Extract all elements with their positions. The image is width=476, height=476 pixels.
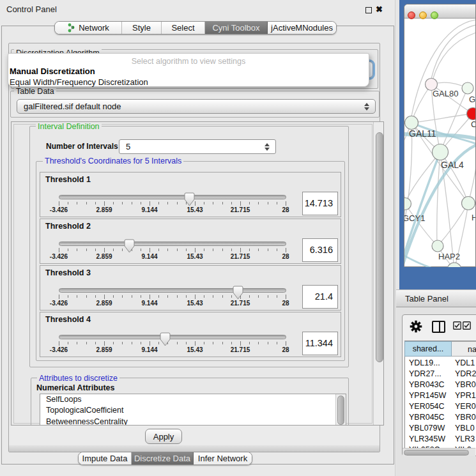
tick-label: -3.426 (41, 253, 77, 260)
combo-arrows-icon (364, 103, 369, 111)
settings-scroll-panel: Interval Definition Number of Intervals … (11, 121, 384, 426)
slider-thumb[interactable] (160, 332, 171, 347)
tick-label: 21.715 (222, 346, 258, 353)
checkbox-icon-2[interactable] (463, 321, 471, 330)
table-cell-shared[interactable]: YBL079W (409, 424, 445, 433)
table-data-label: Table Data (14, 87, 56, 96)
network-node[interactable] (432, 240, 443, 252)
control-panel-tabs: NetworkStyleSelectCyni ToolboxjActiveMNo… (54, 21, 337, 35)
tab-network[interactable]: Network (55, 22, 122, 34)
table-data-combo-value: galFiltered.sif default node (17, 102, 121, 111)
table-cell-name[interactable]: YDL1 (455, 358, 475, 367)
table-data-combo[interactable]: galFiltered.sif default node (17, 99, 376, 114)
slider-track[interactable] (59, 242, 286, 246)
tick-label: 28 (268, 253, 303, 260)
column-header-name[interactable]: na (452, 341, 476, 357)
algorithm-option-equal-width[interactable]: Equal Width/Frequency Discretization (10, 77, 148, 87)
table-cell-name[interactable]: YDR2 (455, 369, 476, 378)
cyni-mode-tabs: Impute DataDiscretize DataInfer Network (78, 452, 252, 465)
table-cell-shared[interactable]: YDL19... (409, 358, 440, 367)
tab-impute-data[interactable]: Impute Data (79, 452, 132, 464)
table-panel-title: Table Panel (405, 294, 449, 303)
tick-label: 9.144 (132, 346, 167, 353)
tick-label: 2.859 (86, 300, 122, 307)
threshold-label: Threshold 2 (45, 222, 91, 231)
network-node-label: GAL11 (409, 128, 436, 139)
table-hscrollbar-thumb[interactable] (404, 450, 469, 456)
tab-infer-network[interactable]: Infer Network (194, 452, 252, 464)
tick-label: 9.144 (132, 253, 167, 260)
numerical-attributes-list[interactable]: SelfLoopsTopologicalCoefficientBetweenne… (40, 394, 346, 426)
tick-label: -3.426 (41, 300, 77, 307)
tab-jactivemnodules[interactable]: jActiveMNodules (268, 22, 336, 34)
table-cell-name[interactable]: YLR3 (455, 434, 475, 443)
table-cell-shared[interactable]: YBR045C (409, 413, 445, 422)
network-node[interactable] (467, 108, 476, 120)
table-cell-name[interactable]: YBL0 (455, 424, 475, 433)
threshold-value-field[interactable]: 11.344 (302, 332, 338, 355)
numerical-attributes-label: Numerical Attributes (36, 383, 114, 392)
gear-icon[interactable] (410, 320, 422, 333)
network-node[interactable] (462, 197, 475, 210)
network-node[interactable] (433, 144, 449, 160)
threshold-value-field[interactable]: 6.316 (302, 238, 338, 262)
tab-discretize-data[interactable]: Discretize Data (132, 452, 194, 464)
threshold-value-field[interactable]: 14.713 (302, 192, 338, 215)
network-node[interactable] (462, 82, 473, 94)
table-cell-shared[interactable]: YDR27... (409, 369, 441, 378)
close-icon[interactable]: ✖ (376, 4, 383, 14)
network-window-titlebar[interactable] (404, 4, 475, 19)
table-cell-shared[interactable]: YBR043C (409, 380, 445, 389)
table-hscrollbar[interactable] (403, 448, 475, 456)
network-node[interactable] (404, 198, 411, 210)
apply-button[interactable]: Apply (145, 429, 182, 444)
tick-label: 2.859 (86, 206, 122, 213)
slider-thumb[interactable] (233, 286, 244, 300)
slider-thumb[interactable] (124, 239, 135, 254)
float-window-icon[interactable] (365, 7, 372, 13)
table-cell-shared[interactable]: YPR145W (409, 391, 446, 400)
column-layout-icon[interactable] (432, 321, 445, 333)
table-cell-name[interactable]: YER0 (455, 402, 476, 411)
network-node-label: GAL80 (433, 89, 458, 98)
threshold-label: Threshold 1 (45, 175, 91, 184)
tab-style[interactable]: Style (122, 22, 162, 34)
threshold-row-2: Threshold 2-3.4262.8599.14415.4321.71528… (40, 219, 341, 264)
number-of-intervals-label: Number of Intervals (46, 142, 118, 151)
tick-label: 21.715 (222, 253, 258, 260)
algorithm-option-manual[interactable]: Manual Discretization (10, 66, 95, 76)
threshold-label: Threshold 4 (45, 315, 91, 324)
slider-track[interactable] (59, 288, 286, 293)
panel-scrollbar-thumb[interactable] (376, 132, 383, 362)
control-panel-title: Control Panel (6, 4, 57, 14)
tick-label: 15.43 (177, 300, 213, 307)
slider-track[interactable] (59, 195, 286, 199)
list-scrollbar[interactable] (335, 394, 346, 426)
attribute-item[interactable]: TopologicalCoefficient (40, 405, 346, 416)
tab-cyni-toolbox[interactable]: Cyni Toolbox (205, 22, 268, 34)
table-cell-name[interactable]: YBR0 (455, 413, 476, 422)
table-cell-name[interactable]: YPR1 (455, 391, 476, 400)
network-node[interactable] (405, 116, 418, 130)
slider-thumb[interactable] (184, 192, 196, 207)
tab-select[interactable]: Select (162, 22, 205, 34)
slider-track[interactable] (59, 335, 286, 339)
table-cell-shared[interactable]: YLR345W (409, 434, 445, 443)
tick-label: 21.715 (222, 206, 258, 213)
table-cell-shared[interactable]: YER054C (409, 402, 445, 411)
tick-label: 2.859 (86, 346, 122, 353)
checkbox-icon-1[interactable] (453, 321, 461, 330)
panel-scrollbar[interactable] (373, 122, 384, 426)
table-cell-name[interactable]: YBR0 (455, 380, 476, 389)
threshold-label: Threshold 3 (45, 268, 91, 277)
tick-label: -3.426 (41, 346, 77, 353)
attribute-item[interactable]: BetweennessCentrality (40, 417, 346, 426)
threshold-value-field[interactable]: 21.4 (302, 285, 338, 309)
tick-label: 21.715 (222, 300, 258, 307)
threshold-row-4: Threshold 4-3.4262.8599.14415.4321.71528… (40, 312, 341, 357)
attribute-item[interactable]: SelfLoops (40, 394, 346, 405)
number-of-intervals-spinner[interactable]: 5 (119, 139, 276, 154)
column-header-shared[interactable]: shared... (404, 341, 452, 357)
network-canvas[interactable]: GAL80GACGAL11GAL4GCY1HHAP2 (404, 19, 475, 267)
apply-strip (9, 426, 380, 445)
